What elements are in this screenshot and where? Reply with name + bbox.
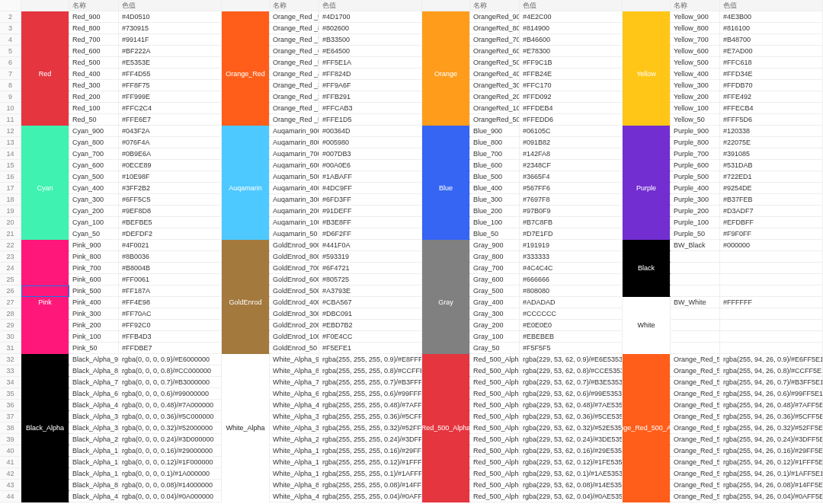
color-name[interactable]: Orange_Red _700 [270, 34, 319, 46]
color-name[interactable]: Pink_900 [69, 240, 119, 251]
color-swatch[interactable] [21, 46, 69, 57]
color-swatch[interactable] [422, 103, 470, 114]
color-name[interactable]: Cyan_900 [69, 126, 119, 137]
color-swatch[interactable] [222, 34, 270, 46]
color-value[interactable]: #FFC170 [520, 80, 623, 91]
color-value[interactable]: #0B9E6A [119, 148, 222, 160]
color-name[interactable]: White_Alpha_32 [270, 423, 319, 434]
color-value[interactable]: #B3E8FF [319, 217, 422, 228]
color-value[interactable] [720, 251, 823, 263]
color-value[interactable]: #666666 [520, 274, 623, 285]
color-name[interactable] [671, 274, 720, 285]
color-name[interactable]: Cyan_300 [69, 194, 119, 206]
color-value[interactable]: #10E98F [119, 171, 222, 183]
color-value[interactable]: #CCCCCC [520, 308, 623, 320]
color-name[interactable]: Gray_300 [470, 308, 520, 320]
color-name[interactable]: OrangeRed_300 [470, 80, 520, 91]
color-value[interactable]: #4E2C00 [520, 11, 623, 23]
color-name[interactable]: Gray_600 [470, 274, 520, 285]
color-value[interactable]: #BEFBE5 [119, 217, 222, 228]
color-swatch[interactable] [623, 194, 671, 206]
color-name[interactable]: Purple_600 [671, 160, 720, 171]
color-swatch[interactable] [623, 217, 671, 228]
color-value[interactable]: #FFB4D3 [119, 331, 222, 343]
color-swatch[interactable] [422, 148, 470, 160]
color-swatch[interactable] [623, 308, 671, 320]
color-name[interactable]: OrangeRed_500 [470, 57, 520, 69]
color-swatch[interactable] [422, 251, 470, 263]
color-swatch[interactable] [422, 491, 470, 502]
color-name[interactable]: Gray_500 [470, 285, 520, 297]
color-swatch[interactable] [623, 240, 671, 251]
color-value[interactable]: rgba(255, 94, 26, 0.8)/#CCFF5E1A [720, 365, 823, 377]
color-value[interactable] [720, 308, 823, 320]
color-swatch[interactable] [422, 308, 470, 320]
color-name[interactable]: Orange_Red_500_Alpha_48 [671, 400, 720, 411]
color-value[interactable]: rgba(255, 255, 255, 0.6)/#99FFFFFF [319, 388, 422, 400]
color-value[interactable]: rgba(229, 53, 62, 0.36)/#5CE5353E [520, 411, 623, 423]
color-swatch[interactable] [222, 46, 270, 57]
color-name[interactable]: Red_400 [69, 69, 119, 80]
color-name[interactable]: Red_500_Alpha_4 [470, 491, 520, 502]
color-name[interactable]: GoldEnrod_500 [270, 285, 319, 297]
color-value[interactable]: #FFE492 [720, 91, 823, 103]
color-swatch[interactable] [222, 457, 270, 468]
color-swatch[interactable] [222, 354, 270, 365]
color-value[interactable]: #A3793E [319, 285, 422, 297]
color-swatch[interactable] [623, 160, 671, 171]
color-value[interactable]: #F5F5F5 [520, 343, 623, 354]
color-name[interactable]: GoldEnrod_100 [270, 331, 319, 343]
color-name[interactable]: Red_900 [69, 11, 119, 23]
row-number[interactable]: 14 [0, 148, 21, 160]
color-name[interactable]: Purple_400 [671, 183, 720, 194]
color-name[interactable]: Orange_Red _800 [270, 23, 319, 34]
color-value[interactable]: #BF222A [119, 46, 222, 57]
color-name[interactable]: White_Alpha_90 [270, 354, 319, 365]
color-swatch[interactable] [21, 137, 69, 148]
color-name[interactable]: Purple_900 [671, 126, 720, 137]
color-value[interactable]: #97B0F9 [520, 206, 623, 217]
color-value[interactable]: #6F4721 [319, 263, 422, 274]
color-value[interactable]: #E7AD00 [720, 46, 823, 57]
color-value[interactable] [720, 320, 823, 331]
color-name[interactable]: Gray_50 [470, 343, 520, 354]
color-value[interactable]: #FFDEB4 [520, 103, 623, 114]
color-value[interactable]: #FF4E98 [119, 297, 222, 308]
color-name[interactable]: Auqamarin_100 [270, 217, 319, 228]
color-value[interactable]: #4E3B00 [720, 11, 823, 23]
color-name[interactable]: Orange_Red _300 [270, 80, 319, 91]
row-number[interactable]: 11 [0, 114, 21, 126]
color-value[interactable]: #531DAB [720, 160, 823, 171]
color-swatch[interactable] [21, 126, 69, 137]
color-value[interactable]: #22075E [720, 137, 823, 148]
color-value[interactable]: #99141F [119, 34, 222, 46]
color-value[interactable]: #FF999E [119, 91, 222, 103]
color-swatch[interactable]: Orange [422, 69, 470, 80]
color-value[interactable]: #0ECE89 [119, 160, 222, 171]
row-number[interactable]: 44 [0, 491, 21, 502]
color-value[interactable]: rgba(255, 94, 26, 0.7)/#B3FF5E1A [720, 377, 823, 388]
color-value[interactable]: #805725 [319, 274, 422, 285]
color-swatch[interactable] [422, 457, 470, 468]
color-swatch[interactable]: Cyan [21, 183, 69, 194]
color-swatch[interactable] [623, 91, 671, 103]
color-value[interactable]: #730915 [119, 23, 222, 34]
row-number[interactable]: 12 [0, 126, 21, 137]
row-number[interactable]: 10 [0, 103, 21, 114]
color-value[interactable]: #DEFDF2 [119, 228, 222, 240]
color-swatch[interactable] [222, 114, 270, 126]
color-value[interactable]: rgba(0, 0, 0, 0.12)/#1F000000 [119, 457, 222, 468]
color-swatch[interactable] [21, 171, 69, 183]
color-value[interactable]: rgba(0, 0, 0, 0.48)/#7A000000 [119, 400, 222, 411]
color-value[interactable]: #9EF8D8 [119, 206, 222, 217]
color-name[interactable]: Red_700 [69, 34, 119, 46]
color-swatch[interactable] [422, 80, 470, 91]
color-value[interactable]: #EBEBEB [520, 331, 623, 343]
color-swatch[interactable] [21, 23, 69, 34]
color-swatch[interactable] [623, 23, 671, 34]
color-value[interactable]: rgba(255, 255, 255, 0.32)/#52FFFFFF [319, 423, 422, 434]
color-name[interactable]: OrangeRed_100 [470, 103, 520, 114]
color-swatch[interactable]: Black [623, 263, 671, 274]
color-value[interactable]: #FFC618 [720, 57, 823, 69]
color-swatch[interactable] [623, 274, 671, 285]
